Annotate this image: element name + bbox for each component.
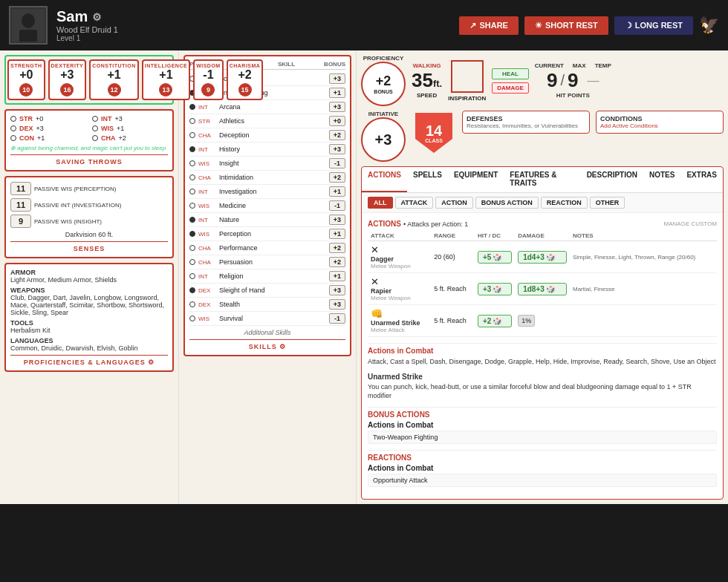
passive-perception: 11 PASSIVE WIS (PERCEPTION): [10, 182, 168, 195]
intelligence-mod: +1: [159, 68, 172, 82]
skills-title: SKILLS ⚙: [189, 339, 345, 350]
intelligence-box[interactable]: INTELLIGENCE +1 13: [142, 59, 190, 100]
tab-notes[interactable]: NOTES: [643, 167, 680, 192]
skill-attr: INT: [198, 273, 216, 280]
charisma-label: CHARISMA: [230, 63, 261, 68]
dexterity-mod: +3: [60, 68, 74, 82]
attack-sub: Melee Weapon: [371, 295, 428, 301]
header-buttons: ↗ SHARE ☀ SHORT REST ☽ LONG REST 🦅: [459, 16, 719, 35]
condition-text: ⊕ against being charmed, and magic can't…: [10, 145, 168, 151]
conditions-sub[interactable]: Add Active Conditions: [600, 122, 719, 129]
charisma-box[interactable]: CHARISMA +2 15: [227, 59, 264, 100]
skill-attr: WIS: [198, 203, 216, 209]
moon-icon: ☽: [625, 21, 632, 30]
wisdom-box[interactable]: WISDOM -1 9: [193, 59, 224, 100]
constitution-label: CONSTITUTION: [92, 63, 136, 68]
tab-equipment[interactable]: EQUIPMENT: [448, 167, 504, 192]
unarmed-strike-title: Unarmed Strike: [368, 373, 717, 381]
proficiency-val: +2: [376, 73, 391, 89]
save-dex-dot: [10, 125, 16, 131]
skill-prof-dot: [189, 315, 195, 321]
tab-features[interactable]: FEATURES & TRAITS: [504, 167, 580, 192]
dexterity-score: 16: [60, 83, 74, 97]
weapon-icon: ✕: [371, 276, 379, 287]
initiative-circle[interactable]: +3: [361, 117, 406, 162]
passive-investigation-val: 11: [10, 198, 31, 212]
intelligence-score: 13: [159, 83, 172, 97]
constitution-score: 12: [108, 83, 121, 97]
wisdom-mod: -1: [203, 68, 213, 82]
col-damage: DAMAGE: [515, 231, 570, 241]
avatar: [9, 6, 48, 45]
attacks-count: • Attacks per Action: 1: [403, 220, 468, 228]
main-content: STRENGTH +0 10 DEXTERITY +3 16 CONSTITUT…: [0, 50, 728, 504]
inspiration-frame[interactable]: [451, 60, 484, 93]
gear-icon[interactable]: ⚙: [92, 11, 102, 23]
skill-prof-dot: [189, 104, 195, 110]
short-rest-button[interactable]: ☀ SHORT REST: [524, 16, 608, 35]
attack-range: 20 (60): [431, 241, 475, 273]
save-wis-dot: [92, 125, 98, 131]
constitution-box[interactable]: CONSTITUTION +1 12: [89, 59, 139, 100]
shield-shape: 14 CLASS: [415, 113, 452, 153]
subtab-other[interactable]: OTHER: [590, 197, 625, 209]
character-avatar-image: [12, 9, 45, 42]
tab-spells[interactable]: SPELLS: [407, 167, 448, 192]
charisma-score: 15: [238, 83, 252, 97]
skill-bonus: +2: [329, 257, 345, 267]
share-button[interactable]: ↗ SHARE: [459, 16, 519, 35]
intelligence-label: INTELLIGENCE: [145, 63, 187, 68]
wisdom-label: WISDOM: [196, 63, 221, 68]
damage-dice-btn[interactable]: 1d8+3 🎲: [518, 283, 567, 295]
save-int-dot: [92, 116, 98, 122]
inspiration-section: INSPIRATION: [448, 60, 486, 102]
skill-attr: DEX: [198, 287, 216, 294]
heal-button[interactable]: HEAL: [492, 68, 529, 79]
passive-insight: 9 PASSIVE WIS (INSIGHT): [10, 215, 168, 228]
skill-name: Investigation: [219, 188, 326, 195]
tab-actions[interactable]: ACTIONS: [362, 167, 407, 192]
attack-name: Dagger: [371, 255, 428, 263]
proficiency-section: PROFICIENCY +2 BONUS: [361, 55, 406, 106]
subtab-all[interactable]: ALL: [368, 197, 393, 209]
attack-range: 5 ft. Reach: [431, 305, 475, 337]
subtab-bonus[interactable]: BONUS ACTION: [475, 197, 539, 209]
save-dex: DEX +3: [10, 125, 86, 132]
dexterity-box[interactable]: DEXTERITY +3 16: [48, 59, 87, 100]
skill-prof-dot: [189, 287, 195, 293]
reactions-section: REACTIONS Actions in Combat Opportunity …: [368, 450, 717, 487]
senses-panel: 11 PASSIVE WIS (PERCEPTION) 11 PASSIVE I…: [4, 176, 174, 258]
hit-dice-btn[interactable]: +3 🎲: [478, 283, 512, 295]
tab-extras[interactable]: EXTRAS: [680, 167, 723, 192]
skill-row-athletics: STR Athletics +0: [189, 114, 345, 128]
skill-bonus: -1: [329, 200, 345, 211]
strength-box[interactable]: STRENGTH +0 10: [7, 59, 45, 100]
character-level: Level 1: [56, 34, 450, 42]
armor-shield[interactable]: 14 CLASS: [412, 111, 456, 155]
damage-dice-btn[interactable]: 1d4+3 🎲: [518, 251, 567, 264]
tab-description[interactable]: DESCRIPTION: [581, 167, 643, 192]
proficiency-sub: BONUS: [374, 89, 392, 94]
hit-dice-btn[interactable]: +2 🎲: [478, 315, 512, 327]
attack-notes: Martial, Finesse: [570, 273, 717, 305]
additional-skills[interactable]: Additional Skills: [189, 329, 345, 336]
skill-prof-dot: [189, 203, 195, 209]
save-wis: WIS +1: [92, 125, 168, 132]
skills-column: PROF MOD SKILL BONUS DEX Acrobatics +3 W…: [178, 50, 357, 504]
subtab-reaction[interactable]: REACTION: [541, 197, 588, 209]
proficiency-box[interactable]: +2 BONUS: [361, 62, 406, 106]
subtab-attack[interactable]: ATTACK: [395, 197, 434, 209]
skill-bonus: +2: [329, 172, 345, 183]
long-rest-button[interactable]: ☽ LONG REST: [614, 16, 693, 35]
damage-button[interactable]: DAMAGE: [492, 82, 529, 94]
subtab-action[interactable]: ACTION: [435, 197, 473, 209]
manage-custom[interactable]: MANAGE CUSTOM: [664, 220, 717, 227]
skill-bonus: +3: [329, 215, 345, 225]
skill-attr: CHA: [198, 259, 216, 266]
unarmed-strike-text: You can punch, kick, head-butt, or use a…: [368, 382, 717, 401]
hit-dice-btn[interactable]: +5 🎲: [478, 251, 512, 264]
hp-temp: —: [588, 74, 599, 88]
weapons-prof: WEAPONS Club, Dagger, Dart, Javelin, Lon…: [10, 287, 168, 316]
skill-name: Persuasion: [219, 258, 326, 266]
senses-title: SENSES: [10, 241, 168, 252]
